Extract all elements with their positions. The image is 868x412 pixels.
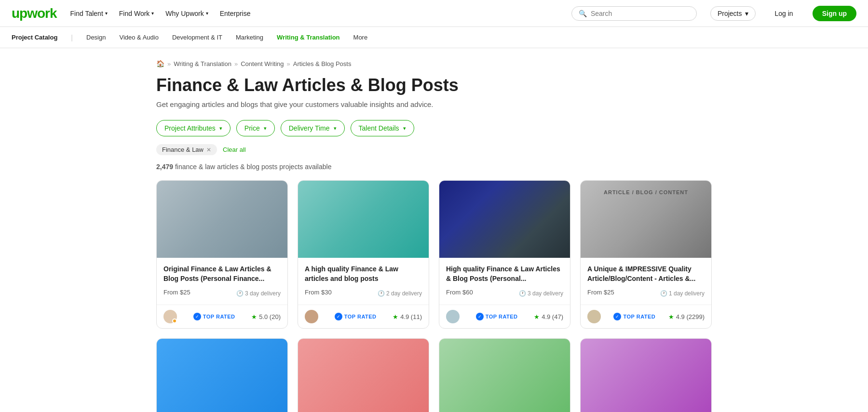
project-card[interactable]: Expert Legal & Financial Content for You… (298, 338, 429, 412)
card-price: From $60 (446, 289, 473, 296)
filter-delivery-time[interactable]: Delivery Time ▾ (281, 120, 345, 136)
chevron-down-icon: ▾ (206, 11, 208, 16)
search-icon: 🔍 (579, 10, 587, 17)
card-thumbnail (298, 339, 429, 412)
card-price: From $30 (305, 289, 332, 296)
cat-design[interactable]: Design (86, 34, 106, 41)
card-thumbnail (298, 181, 429, 258)
card-footer: ✓ TOP RATED ★ 5.0 (20) (157, 305, 287, 328)
chevron-down-icon: ▾ (334, 125, 337, 132)
active-filter-label: Finance & Law (162, 146, 203, 153)
filter-talent-details-label: Talent Details (359, 124, 399, 132)
page-subtitle: Get engaging articles and blogs that giv… (156, 100, 712, 108)
cat-video-audio[interactable]: Video & Audio (119, 34, 158, 41)
top-rated-label: TOP RATED (203, 314, 235, 319)
clock-icon: 🕐 (378, 290, 385, 297)
project-card[interactable]: High Converting Finance Blog Posts & Art… (580, 338, 712, 412)
card-footer: ✓ TOP RATED ★ 4.9 (2299) (581, 305, 711, 328)
home-icon[interactable]: 🏠 (156, 60, 164, 67)
card-body: Original Finance & Law Articles & Blog P… (157, 258, 287, 305)
project-card[interactable]: Professional Finance & Law Blog Writing … (156, 338, 288, 412)
avatar (163, 310, 177, 323)
filter-price-label: Price (244, 124, 260, 132)
card-price: From $25 (587, 289, 614, 296)
chevron-down-icon: ▾ (151, 11, 154, 16)
signup-button[interactable]: Sign up (813, 6, 856, 21)
project-card[interactable]: A high quality Finance & Law articles an… (298, 180, 429, 329)
breadcrumb-content-writing[interactable]: Content Writing (241, 60, 284, 67)
card-rating: ★ 4.9 (2299) (668, 313, 705, 320)
filter-project-attributes-label: Project Attributes (164, 124, 216, 132)
avatar (446, 310, 460, 323)
nav-find-work[interactable]: Find Work ▾ (119, 10, 154, 17)
project-card[interactable]: ARTICLE / BLOG / CONTENT A Unique & IMPR… (580, 180, 712, 329)
results-count: 2,479 finance & law articles & blog post… (156, 163, 712, 171)
separator: » (167, 60, 171, 67)
breadcrumb: 🏠 » Writing & Translation » Content Writ… (156, 60, 712, 67)
card-body: A Unique & IMPRESSIVE Quality Article/Bl… (581, 258, 711, 305)
breadcrumb-writing-translation[interactable]: Writing & Translation (174, 60, 231, 67)
chevron-down-icon: ▾ (105, 11, 108, 16)
cat-marketing[interactable]: Marketing (236, 34, 263, 41)
separator: | (71, 34, 73, 41)
filter-delivery-time-label: Delivery Time (289, 124, 330, 132)
card-title: High quality Finance & Law Articles & Bl… (446, 265, 563, 285)
project-card[interactable]: Finance & Law SEO Articles for Your Webs… (439, 338, 570, 412)
filter-project-attributes[interactable]: Project Attributes ▾ (156, 120, 231, 136)
page-title: Finance & Law Articles & Blog Posts (156, 75, 712, 95)
card-delivery: 🕐 3 day delivery (236, 290, 281, 297)
clear-all-button[interactable]: Clear all (223, 146, 246, 153)
cat-development-it[interactable]: Development & IT (172, 34, 222, 41)
rating-value: 4.9 (2299) (676, 313, 705, 320)
project-catalog-label: Project Catalog (12, 34, 57, 41)
clock-icon: 🕐 (660, 290, 667, 297)
logo[interactable]: upwork (12, 6, 57, 21)
cat-more[interactable]: More (353, 34, 368, 41)
card-thumbnail (581, 339, 711, 412)
online-indicator (172, 319, 177, 323)
navbar: upwork Find Talent ▾ Find Work ▾ Why Upw… (0, 0, 868, 27)
filter-price[interactable]: Price ▾ (236, 120, 275, 136)
filter-talent-details[interactable]: Talent Details ▾ (351, 120, 414, 136)
top-rated-badge: ✓ TOP RATED (613, 313, 655, 320)
projects-label: Projects (718, 10, 742, 17)
card-title: Original Finance & Law Articles & Blog P… (163, 265, 281, 285)
card-thumbnail (439, 339, 570, 412)
chevron-down-icon: ▾ (219, 125, 222, 132)
card-rating: ★ 4.9 (11) (393, 313, 422, 320)
top-rated-badge: ✓ TOP RATED (335, 313, 377, 320)
card-delivery: 🕐 2 day delivery (378, 290, 422, 297)
login-button[interactable]: Log in (769, 7, 799, 20)
nav-find-talent[interactable]: Find Talent ▾ (70, 10, 108, 17)
avatar (587, 310, 601, 323)
search-input[interactable] (591, 10, 690, 17)
top-rated-label: TOP RATED (344, 314, 377, 319)
card-thumbnail (439, 181, 570, 258)
card-delivery: 🕐 1 day delivery (660, 290, 705, 297)
top-rated-icon: ✓ (193, 313, 201, 320)
card-body: A high quality Finance & Law articles an… (298, 258, 429, 305)
rating-value: 5.0 (20) (259, 313, 281, 320)
top-rated-badge: ✓ TOP RATED (193, 313, 235, 320)
projects-dropdown[interactable]: Projects ▾ (710, 6, 756, 21)
card-title: A high quality Finance & Law articles an… (305, 265, 422, 285)
search-box[interactable]: 🔍 (571, 6, 697, 21)
avatar (305, 310, 318, 323)
nav-why-upwork[interactable]: Why Upwork ▾ (165, 10, 208, 17)
star-icon: ★ (534, 313, 540, 320)
card-price: From $25 (163, 289, 190, 296)
nav-enterprise[interactable]: Enterprise (220, 10, 251, 17)
star-icon: ★ (668, 313, 674, 320)
top-rated-icon: ✓ (613, 313, 621, 320)
separator: » (234, 60, 238, 67)
active-filter-tag: Finance & Law ✕ (156, 144, 217, 155)
card-footer: ✓ TOP RATED ★ 4.9 (47) (439, 305, 570, 328)
card-footer: ✓ TOP RATED ★ 4.9 (11) (298, 305, 429, 328)
results-number: 2,479 (156, 163, 173, 171)
remove-filter-button[interactable]: ✕ (206, 146, 211, 153)
cat-writing-translation[interactable]: Writing & Translation (277, 34, 340, 41)
project-card[interactable]: High quality Finance & Law Articles & Bl… (439, 180, 570, 329)
project-card[interactable]: Original Finance & Law Articles & Blog P… (156, 180, 288, 329)
separator: » (287, 60, 290, 67)
clock-icon: 🕐 (519, 290, 526, 297)
